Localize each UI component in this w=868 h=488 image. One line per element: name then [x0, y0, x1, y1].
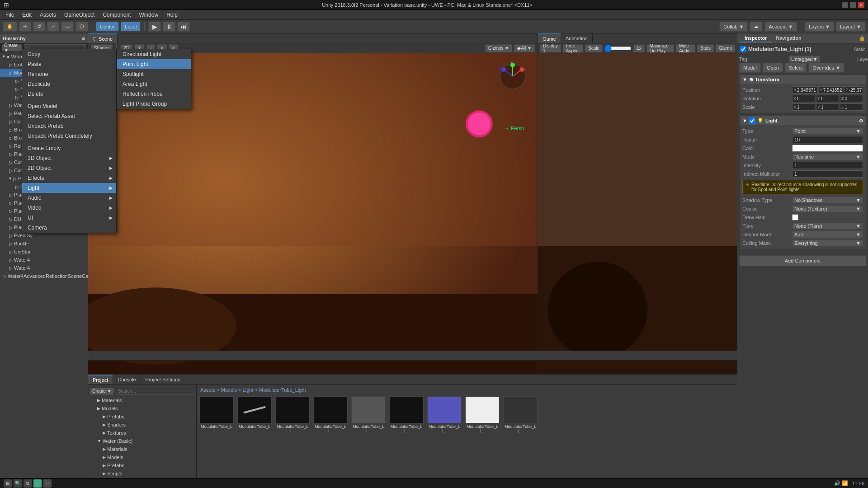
tree-item[interactable]: ▶Materials [88, 445, 196, 453]
tab-animation[interactable]: Animation [561, 33, 593, 43]
model-btn[interactable]: Model [739, 63, 761, 73]
context-menu-item-ui[interactable]: UI [22, 213, 116, 223]
center-button[interactable]: Center [96, 22, 119, 32]
close-button[interactable]: ✕ [858, 2, 864, 8]
search-taskbar-button[interactable]: 🔍 [14, 479, 22, 488]
context-menu-item-camera[interactable]: Camera [22, 223, 116, 233]
hierarchy-item[interactable]: ▷UniStor [0, 248, 88, 256]
overrides-btn[interactable]: Overrides ▼ [808, 63, 844, 73]
light-enabled-checkbox[interactable] [749, 117, 755, 124]
context-menu-item-3d-object[interactable]: 3D Object [22, 153, 116, 163]
asset-item[interactable]: ModulatorTube_Li... [502, 395, 538, 434]
light-submenu-item-spotlight[interactable]: Spotlight [117, 69, 191, 79]
scale-x-field[interactable]: X 1 [792, 103, 815, 111]
asset-item[interactable]: ModulatorTube_Li... [274, 395, 311, 434]
open-btn[interactable]: Open [763, 63, 783, 73]
menu-edit[interactable]: Edit [19, 11, 35, 19]
asset-item[interactable]: ModulatorTube_Li... [236, 395, 273, 434]
menu-gameobject[interactable]: GameObject [61, 11, 98, 19]
asset-item[interactable]: ModulatorTube_Li... [312, 395, 349, 434]
context-menu-item-open-model[interactable]: Open Model [22, 101, 116, 111]
light-header[interactable]: ▼ 💡 Light ⚙ [740, 116, 866, 125]
tree-item[interactable]: ▶Shaders [88, 478, 196, 478]
menu-file[interactable]: File [2, 11, 18, 19]
menu-assets[interactable]: Assets [36, 11, 60, 19]
collab-button[interactable]: Collab ▼ [719, 22, 748, 32]
scale-y-field[interactable]: Y 1 [816, 103, 839, 111]
tree-item[interactable]: ▶Prefabs [88, 413, 196, 421]
select-btn[interactable]: Select [785, 63, 807, 73]
type-dropdown[interactable]: Point▼ [792, 127, 863, 135]
gizmo-btn[interactable]: Gizmo [716, 44, 735, 52]
render-mode-dropdown[interactable]: Auto▼ [792, 231, 863, 238]
scale-tool[interactable]: ⤢ [47, 22, 59, 32]
project-create-btn[interactable]: Create ▼ [90, 388, 114, 395]
hierarchy-item[interactable]: ▷BucklE [0, 239, 88, 248]
flare-dropdown[interactable]: None (Flare)▼ [792, 222, 863, 230]
aspect-dropdown[interactable]: Free Aspect [563, 44, 583, 52]
context-menu-item-rename[interactable]: Rename [22, 69, 116, 79]
pos-y-field[interactable]: Y 7.041652 [818, 86, 844, 94]
menu-component[interactable]: Component [99, 11, 134, 19]
asset-item[interactable]: ModulatorTube_Li... [426, 395, 462, 434]
context-menu-item-copy[interactable]: Copy [22, 49, 116, 59]
context-menu-item-2d-object[interactable]: 2D Object [22, 163, 116, 173]
hierarchy-create-btn[interactable]: Create ▼ [2, 44, 22, 52]
light-submenu-item-reflection-probe[interactable]: Reflection Probe [117, 89, 191, 99]
display-dropdown[interactable]: Display 1 [540, 44, 561, 52]
minimize-button[interactable]: ─ [842, 2, 848, 8]
asset-item[interactable]: ModulatorTube_Li... [350, 395, 387, 434]
mute-audio-btn[interactable]: Mute Audio [676, 44, 695, 52]
stats-btn[interactable]: Stats [697, 44, 714, 52]
context-menu-item-effects[interactable]: Effects [22, 173, 116, 183]
tab-scene[interactable]: ⬡ Scene [88, 33, 118, 43]
pos-z-field[interactable]: Z -25.37 [844, 86, 863, 94]
tab-game[interactable]: Game [538, 33, 561, 43]
light-submenu-item-light-probe-group[interactable]: Light Probe Group [117, 99, 191, 109]
tree-item[interactable]: ▶Materials [88, 396, 196, 404]
taskview-button[interactable]: ⧉ [24, 479, 32, 488]
draw-halo-checkbox[interactable] [792, 214, 798, 221]
account-button[interactable]: Account ▼ [764, 22, 797, 32]
maximize-on-play-btn[interactable]: Maximize On Play [646, 44, 674, 52]
inspector-lock-icon[interactable]: 🔒 [859, 35, 865, 41]
light-settings-icon[interactable]: ⚙ [859, 118, 863, 123]
context-menu-item-select-prefab[interactable]: Select Prefab Asset [22, 111, 116, 121]
context-menu-item-unpack-prefab[interactable]: Unpack Prefab [22, 121, 116, 131]
light-submenu-item-point-light[interactable]: Point Light [117, 59, 191, 69]
tree-item[interactable]: ▶Textures [88, 429, 196, 437]
breadcrumb-modulatortube[interactable]: ModulatorTube_Light [259, 387, 306, 393]
hand-tool[interactable]: ✋ [3, 22, 17, 32]
asset-item[interactable]: ModulatorTube_Li... [388, 395, 425, 434]
add-component-button[interactable]: Add Component [739, 255, 866, 266]
pause-button[interactable]: ⏸ [163, 22, 175, 32]
hierarchy-item[interactable]: ▷Water4AdvancedReflectionSceneCam [0, 272, 88, 280]
maximize-button[interactable]: □ [850, 2, 856, 8]
context-menu-item-light[interactable]: Light [22, 183, 116, 193]
culling-mask-dropdown[interactable]: Everything▼ [792, 239, 863, 247]
unity-taskbar-btn[interactable]: U [43, 479, 52, 488]
step-button[interactable]: ⏭ [177, 22, 190, 32]
light-submenu-item-directional-light[interactable]: Directional Light [117, 49, 191, 59]
all-dropdown[interactable]: ◆All ▼ [514, 44, 535, 52]
transform-tool[interactable]: ⬡ [75, 22, 88, 32]
context-menu-item-create-empty[interactable]: Create Empty [22, 143, 116, 153]
move-tool[interactable]: ✛ [19, 22, 31, 32]
layout-button[interactable]: Layout ▼ [836, 22, 865, 32]
indirect-field[interactable]: 1 [792, 170, 863, 178]
mode-dropdown[interactable]: Realtime▼ [792, 153, 863, 160]
tag-dropdown[interactable]: Untagged▼ [789, 56, 820, 63]
navigation-tab[interactable]: Navigation [772, 34, 806, 42]
rotate-tool[interactable]: ↺ [33, 22, 45, 32]
play-button[interactable]: ▶ [148, 22, 161, 32]
hierarchy-options-icon[interactable]: ≡ [82, 36, 85, 41]
asset-item[interactable]: ModulatorTube_Li... [198, 395, 235, 434]
tree-item[interactable]: ▶Models [88, 404, 196, 413]
scale-slider[interactable] [604, 45, 632, 52]
layers-button[interactable]: Layers ▼ [805, 22, 834, 32]
tab-project[interactable]: Project [88, 375, 113, 384]
context-menu-item-delete[interactable]: Delete [22, 89, 116, 99]
tab-console[interactable]: Console [113, 375, 141, 384]
breadcrumb-models[interactable]: Models [221, 387, 237, 393]
cloud-button[interactable]: ☁ [750, 22, 763, 32]
